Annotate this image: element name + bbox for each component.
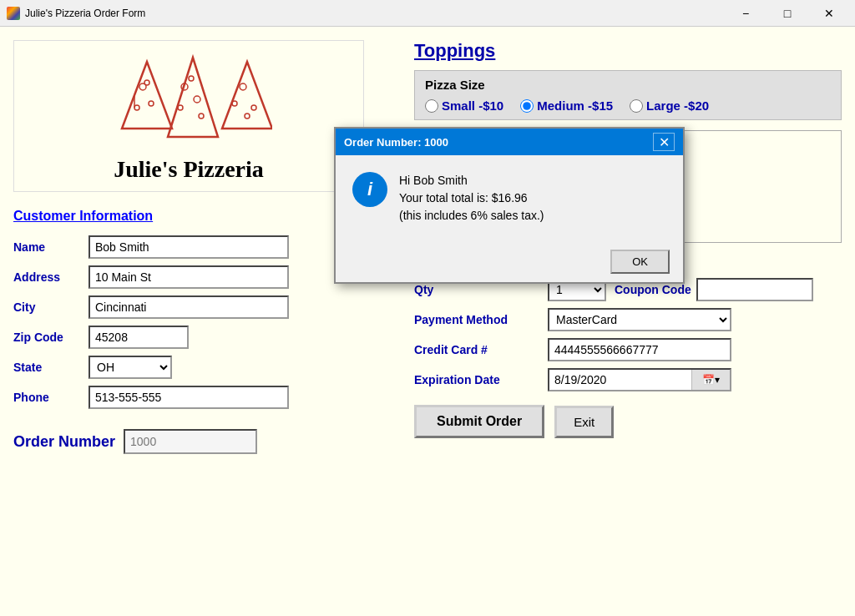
modal-body: i Hi Bob Smith Your total total is: $16.… xyxy=(336,155,683,241)
modal-titlebar: Order Number: 1000 ✕ xyxy=(336,129,683,155)
ok-button[interactable]: OK xyxy=(610,250,670,274)
modal-message: Hi Bob Smith Your total total is: $16.96… xyxy=(399,172,544,225)
modal-tax-note: (this includes 6% sales tax.) xyxy=(399,207,544,225)
titlebar: Julie's Pizzeria Order Form − □ ✕ xyxy=(0,0,855,27)
order-confirmation-modal: Order Number: 1000 ✕ i Hi Bob Smith Your… xyxy=(334,127,685,284)
modal-title: Order Number: 1000 xyxy=(344,136,448,149)
main-window: Julie's Pizzeria Order Form − □ ✕ xyxy=(0,0,855,616)
modal-overlay: Order Number: 1000 ✕ i Hi Bob Smith Your… xyxy=(0,27,855,616)
minimize-button[interactable]: − xyxy=(726,3,765,24)
close-button[interactable]: ✕ xyxy=(810,3,848,24)
window-controls: − □ ✕ xyxy=(726,3,848,24)
modal-greeting: Hi Bob Smith xyxy=(399,172,544,189)
window-title: Julie's Pizzeria Order Form xyxy=(25,8,726,19)
maximize-button[interactable]: □ xyxy=(768,3,807,24)
info-icon: i xyxy=(352,172,387,207)
app-icon xyxy=(7,7,20,20)
modal-close-button[interactable]: ✕ xyxy=(653,133,675,151)
modal-footer: OK xyxy=(336,241,683,282)
modal-total: Your total total is: $16.96 xyxy=(399,189,544,207)
main-content: Julie's Pizzeria Customer Information Na… xyxy=(0,27,855,616)
